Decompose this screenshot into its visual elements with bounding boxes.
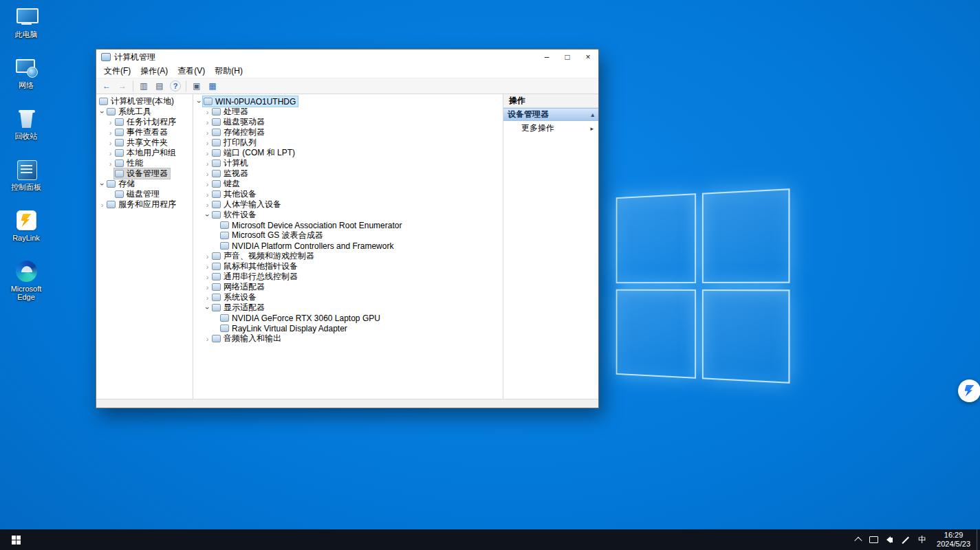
tree-item-storage[interactable]: 存储 [96, 179, 193, 189]
toolbar-separator-1[interactable] [133, 80, 133, 91]
device-node-sound-video-game[interactable]: 声音、视频和游戏控制器 [193, 251, 503, 261]
show-console-tree-button[interactable]: ▥ [136, 79, 151, 93]
expand-chevron-icon[interactable] [204, 211, 211, 219]
device-node-monitors[interactable]: 监视器 [193, 168, 503, 179]
device-node-ms-device-association[interactable]: Microsoft Device Association Root Enumer… [193, 220, 503, 230]
device-node-usb-controllers[interactable]: 通用串行总线控制器 [193, 272, 503, 282]
start-button[interactable] [0, 529, 32, 550]
expand-chevron-icon[interactable] [204, 180, 211, 188]
expand-chevron-icon[interactable] [204, 252, 211, 261]
tree-item-shared-folders[interactable]: 共享文件夹 [96, 138, 193, 148]
expand-chevron-icon[interactable] [204, 283, 211, 292]
tree-item-disk-management[interactable]: 磁盘管理 [96, 189, 193, 199]
tree-item-local-users-groups[interactable]: 本地用户和组 [96, 148, 193, 158]
expand-chevron-icon[interactable] [107, 160, 114, 168]
device-node-system-devices[interactable]: 系统设备 [193, 292, 503, 302]
desktop-icon-raylink[interactable]: RayLink [4, 209, 48, 242]
expand-chevron-icon[interactable] [107, 149, 114, 157]
expand-chevron-icon[interactable] [204, 190, 211, 199]
show-desktop-button[interactable] [977, 529, 980, 550]
tree-item-console-root[interactable]: 计算机管理(本地) [96, 96, 193, 107]
expand-chevron-icon[interactable] [107, 129, 114, 137]
expand-chevron-icon[interactable] [204, 263, 211, 271]
expand-chevron-icon[interactable] [204, 139, 211, 147]
expand-chevron-icon[interactable] [204, 201, 211, 209]
tree-item-event-viewer[interactable]: 事件查看器 [96, 127, 193, 138]
device-node-print-queues[interactable]: 打印队列 [193, 138, 503, 148]
device-node-hid[interactable]: 人体学输入设备 [193, 199, 503, 210]
expand-chevron-icon[interactable] [98, 108, 106, 116]
device-node-computer-root[interactable]: WIN-0PUAO1UTHDG [193, 96, 503, 107]
device-node-software-devices[interactable]: 软件设备 [193, 210, 503, 220]
expand-chevron-icon[interactable] [107, 118, 114, 126]
ime-indicator[interactable]: 中 [914, 529, 930, 550]
taskbar-clock[interactable]: 16:29 2024/5/23 [930, 529, 977, 550]
device-node-mice[interactable]: 鼠标和其他指针设备 [193, 261, 503, 272]
tree-item-performance[interactable]: 性能 [96, 158, 193, 168]
device-node-other-devices[interactable]: 其他设备 [193, 189, 503, 199]
expand-chevron-icon[interactable] [204, 160, 211, 168]
tray-display-button[interactable] [865, 529, 882, 550]
tree-item-device-manager[interactable]: 设备管理器 [96, 168, 193, 179]
menu-action[interactable]: 操作(A) [135, 65, 173, 77]
tray-expand-button[interactable] [851, 529, 865, 550]
expand-chevron-icon[interactable] [204, 335, 211, 343]
expand-chevron-icon[interactable] [107, 139, 114, 147]
desktop-icon-recycle-bin[interactable]: 回收站 [4, 107, 48, 140]
expand-chevron-icon[interactable] [204, 273, 211, 281]
extended-view-button[interactable]: ▣ [189, 79, 204, 93]
device-node-gpu-nvidia[interactable]: NVIDIA GeForce RTX 3060 Laptop GPU [193, 313, 503, 323]
device-node-nvidia-platform[interactable]: NVIDIA Platform Controllers and Framewor… [193, 241, 503, 251]
desktop-icon-this-pc[interactable]: 此电脑 [4, 6, 48, 38]
properties-button[interactable]: ▤ [152, 79, 167, 93]
expand-chevron-icon[interactable] [204, 149, 211, 157]
desktop-icon-control-panel[interactable]: 控制面板 [4, 158, 48, 191]
action-section-device-manager[interactable]: 设备管理器 ▴ [503, 108, 598, 121]
tree-item-services-apps[interactable]: 服务和应用程序 [96, 199, 193, 210]
forward-button[interactable]: → [115, 79, 130, 93]
tray-pen-button[interactable] [897, 529, 914, 550]
tray-volume-button[interactable] [882, 529, 897, 550]
menu-file[interactable]: 文件(F) [99, 65, 135, 77]
menu-view[interactable]: 查看(V) [173, 65, 210, 77]
expand-chevron-icon[interactable] [204, 108, 211, 116]
device-node-disk-drives[interactable]: 磁盘驱动器 [193, 117, 503, 127]
minimize-button[interactable]: – [536, 50, 557, 65]
remote-monitor-button[interactable]: ▦ [205, 79, 220, 93]
help-button[interactable]: ? [170, 80, 181, 91]
toolbar-separator-2[interactable] [186, 80, 186, 91]
desktop-icon-edge[interactable]: Microsoft Edge [4, 260, 48, 301]
expand-chevron-icon[interactable] [204, 294, 211, 302]
close-button[interactable]: × [578, 50, 598, 65]
tree-item-task-scheduler[interactable]: 任务计划程序 [96, 117, 193, 127]
device-node-computer[interactable]: 计算机 [193, 158, 503, 168]
expand-chevron-icon[interactable] [204, 304, 211, 312]
tree-item-content: 服务和应用程序 [106, 199, 178, 210]
expand-chevron-icon[interactable] [195, 98, 203, 106]
title-bar[interactable]: 计算机管理 – □ × [96, 50, 598, 65]
other-devices-icon [212, 190, 221, 198]
device-node-network-adapters[interactable]: 网络适配器 [193, 282, 503, 292]
expand-chevron-icon[interactable] [98, 201, 106, 209]
device-node-keyboards[interactable]: 键盘 [193, 179, 503, 189]
more-actions-item[interactable]: 更多操作 ▸ [503, 121, 598, 135]
raylink-floating-ball[interactable] [958, 380, 980, 402]
back-button[interactable]: ← [99, 79, 114, 93]
expand-chevron-icon[interactable] [204, 129, 211, 137]
expand-chevron-icon[interactable] [204, 170, 211, 178]
collapse-chevron-icon[interactable]: ▴ [591, 111, 594, 118]
disk-drive-icon [212, 118, 221, 126]
device-node-processors[interactable]: 处理器 [193, 107, 503, 117]
device-node-gpu-raylink[interactable]: RayLink Virtual Display Adapter [193, 323, 503, 333]
device-node-ms-gs-synth[interactable]: Microsoft GS 波表合成器 [193, 230, 503, 241]
device-node-ports[interactable]: 端口 (COM 和 LPT) [193, 148, 503, 158]
desktop-icon-network[interactable]: 网络 [4, 56, 48, 89]
expand-chevron-icon[interactable] [204, 118, 211, 126]
device-node-display-adapters[interactable]: 显示适配器 [193, 302, 503, 313]
device-node-audio-io[interactable]: 音频输入和输出 [193, 333, 503, 344]
expand-chevron-icon[interactable] [98, 180, 106, 188]
maximize-button[interactable]: □ [557, 50, 578, 65]
menu-help[interactable]: 帮助(H) [210, 65, 248, 77]
tree-item-system-tools[interactable]: 系统工具 [96, 107, 193, 117]
device-node-storage-controllers[interactable]: 存储控制器 [193, 127, 503, 138]
